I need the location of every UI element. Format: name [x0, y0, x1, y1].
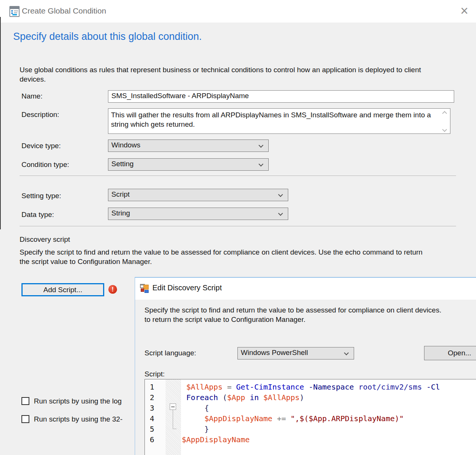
intro-text: Use global conditions as rules that repr… — [20, 65, 433, 84]
code-token-plain — [182, 425, 204, 434]
line-number: 4 — [150, 413, 161, 424]
icon-red-square — [141, 288, 144, 292]
icon-bullet — [11, 10, 13, 12]
condition-type-label: Condition type: — [21, 161, 69, 169]
code-token-str: ",$($App.ARPDisplayName)" — [290, 414, 404, 423]
data-type-label: Data type: — [21, 211, 54, 219]
title-bar: Create Global Condition × — [0, 0, 476, 23]
setting-type-label: Setting type: — [21, 192, 61, 200]
code-token-plain — [182, 393, 186, 402]
code-token-plain — [182, 382, 186, 391]
chevron-down-icon — [259, 162, 263, 166]
edit-dialog-body-line1: Specify the script to find and return th… — [144, 306, 441, 314]
discovery-script-description: Specify the script to find and return th… — [20, 247, 433, 266]
device-type-value: Windows — [111, 141, 140, 149]
code-token-cmdlet: Get-CimInstance — [236, 382, 304, 391]
description-input[interactable]: This will gather the results from all AR… — [108, 108, 450, 134]
code-token-kw: Foreach — [186, 393, 218, 402]
data-type-select[interactable]: String — [108, 208, 288, 220]
add-script-button[interactable]: Add Script... — [21, 283, 104, 296]
code-token-op: = — [222, 382, 236, 391]
close-icon[interactable]: × — [455, 2, 473, 20]
code-line: } — [182, 424, 209, 434]
error-icon: ! — [108, 285, 117, 294]
code-token-param: -Namespace — [309, 382, 354, 391]
code-line: $AllApps = Get-CimInstance -Namespace ro… — [182, 382, 440, 392]
code-line: $AppDisplayName += ",$($App.ARPDisplayNa… — [182, 413, 404, 424]
chevron-down-icon — [279, 193, 283, 197]
code-token-kw: in — [250, 393, 259, 402]
line-number: 6 — [150, 434, 161, 445]
collapse-connector-corner — [173, 429, 176, 429]
setting-type-select[interactable]: Script — [108, 189, 288, 201]
code-token-plain — [422, 382, 426, 391]
script-editor[interactable]: 123456 $AllApps = Get-CimInstance -Names… — [144, 379, 476, 455]
collapse-toggle-icon[interactable] — [170, 403, 176, 410]
code-token-var: $AppDisplayName — [182, 435, 250, 444]
code-token-var: $App — [227, 393, 245, 402]
code-token-plain — [304, 382, 309, 391]
code-token-plain — [354, 382, 359, 391]
code-area[interactable]: $AllApps = Get-CimInstance -Namespace ro… — [181, 379, 476, 455]
create-global-condition-window: Create Global Condition × Specify detail… — [0, 0, 476, 455]
code-line: Foreach ($App in $AllApps) — [182, 392, 304, 403]
collapse-connector-line — [173, 410, 173, 429]
setting-type-value: Script — [111, 190, 130, 198]
code-token-param: -Cl — [426, 382, 440, 391]
code-token-op: += — [272, 414, 290, 423]
outlining-margin — [166, 379, 181, 455]
edit-dialog-body-line2: to return the script value to Configurat… — [144, 315, 306, 324]
code-token-var: $AllApps — [186, 382, 222, 391]
name-label: Name: — [21, 92, 43, 100]
open-button[interactable]: Open... — [424, 346, 476, 360]
code-token-plain — [259, 393, 263, 402]
chevron-down-icon — [345, 351, 348, 355]
description-value: This will gather the results from all AR… — [111, 110, 436, 129]
scroll-up-icon[interactable] — [443, 111, 447, 115]
run-scripts-32bit-checkbox[interactable] — [21, 415, 29, 423]
edit-script-app-icon — [140, 284, 150, 293]
code-token-brace: ( — [222, 393, 227, 402]
data-type-value: String — [111, 209, 130, 217]
condition-type-value: Setting — [111, 160, 134, 168]
code-token-brace: } — [204, 425, 209, 434]
chevron-down-icon — [259, 144, 263, 147]
icon-topbar — [10, 7, 19, 9]
run-scripts-logged-on-checkbox[interactable] — [21, 397, 29, 405]
code-token-var: $AppDisplayName — [204, 414, 272, 423]
window-edge-artifact — [0, 17, 1, 229]
code-token-arg: root/cimv2/sms — [359, 382, 422, 391]
line-number: 3 — [150, 403, 161, 413]
device-type-label: Device type: — [21, 142, 61, 150]
edit-discovery-script-dialog: Edit Discovery Script Specify the script… — [135, 277, 476, 455]
script-label: Script: — [144, 370, 165, 378]
line-number: 2 — [150, 392, 161, 403]
discovery-script-heading: Discovery script — [20, 235, 70, 244]
edit-dialog-title-bar: Edit Discovery Script — [135, 278, 476, 300]
line-number: 5 — [150, 424, 161, 434]
icon-orange-square — [143, 285, 149, 290]
code-token-plain — [218, 393, 222, 402]
code-line: { — [182, 403, 209, 413]
code-line: $AppDisplayName — [182, 434, 250, 445]
code-token-plain — [182, 414, 204, 423]
code-token-brace: { — [204, 403, 209, 413]
device-type-select[interactable]: Windows — [108, 140, 269, 152]
page-title: Specify details about this global condit… — [13, 31, 202, 42]
description-label: Description: — [21, 111, 59, 119]
line-number-gutter: 123456 — [145, 379, 166, 455]
condition-type-select[interactable]: Setting — [108, 158, 269, 171]
run-scripts-logged-on-label: Run scripts by using the log — [34, 397, 122, 405]
code-token-var: $AllApps — [263, 393, 300, 402]
line-number: 1 — [150, 382, 161, 392]
script-language-select[interactable]: Windows PowerShell — [237, 347, 354, 359]
window-title: Create Global Condition — [22, 6, 106, 15]
scroll-down-icon[interactable] — [443, 127, 447, 131]
edit-dialog-title: Edit Discovery Script — [152, 284, 222, 292]
code-token-plain — [182, 403, 204, 413]
name-input[interactable]: SMS_InstalledSoftware - ARPDisplayName — [108, 90, 454, 103]
chevron-down-icon — [279, 212, 283, 215]
divider — [20, 226, 456, 227]
icon-blue-square — [144, 290, 149, 293]
icon-line — [14, 12, 17, 13]
